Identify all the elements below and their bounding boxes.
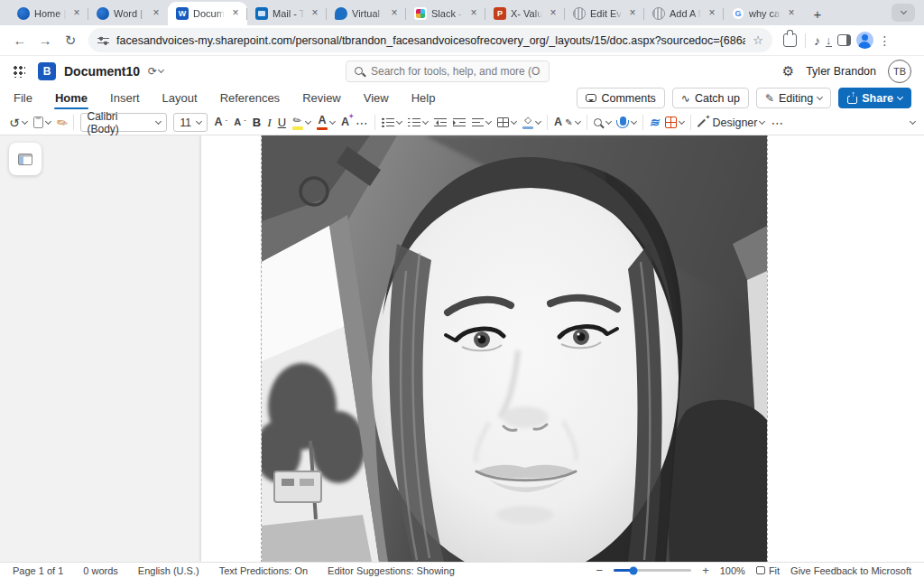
- font-name-select[interactable]: Calibri (Body): [80, 113, 167, 132]
- save-status-icon[interactable]: ⟳: [148, 65, 157, 78]
- editor-button[interactable]: ≋: [650, 116, 660, 129]
- settings-gear-icon[interactable]: ⚙: [782, 63, 794, 79]
- browser-tab[interactable]: Mail - Tyle×: [247, 2, 327, 25]
- menu-tab-layout[interactable]: Layout: [162, 88, 199, 108]
- font-color-button[interactable]: A: [317, 115, 335, 131]
- navigation-pane-toggle-button[interactable]: [9, 143, 42, 175]
- browser-tab[interactable]: Home | Mic×: [9, 2, 88, 25]
- document-canvas[interactable]: [0, 135, 924, 562]
- tab-close-icon[interactable]: ×: [70, 7, 83, 20]
- tab-close-icon[interactable]: ×: [547, 7, 559, 20]
- decrease-indent-button[interactable]: [434, 117, 447, 127]
- tab-close-icon[interactable]: ×: [626, 7, 639, 20]
- menu-tab-home[interactable]: Home: [54, 88, 88, 108]
- user-avatar[interactable]: TB: [888, 60, 911, 83]
- new-tab-button[interactable]: +: [807, 3, 828, 24]
- increase-indent-button[interactable]: [453, 117, 466, 127]
- catch-up-button[interactable]: ∿Catch up: [672, 88, 749, 108]
- search-input[interactable]: Search for tools, help, and more (Option…: [346, 61, 550, 82]
- browser-tab[interactable]: Slack - ! f×: [406, 2, 485, 25]
- alignment-button[interactable]: [472, 117, 491, 127]
- url-text[interactable]: facesandvoices-my.sharepoint.com/persona…: [116, 34, 745, 47]
- tab-close-icon[interactable]: ×: [785, 7, 798, 20]
- table-button[interactable]: [497, 117, 516, 127]
- underline-button[interactable]: U: [278, 116, 286, 129]
- media-controls-icon[interactable]: ♪: [814, 34, 820, 47]
- forward-button[interactable]: →: [34, 30, 56, 51]
- menu-tab-view[interactable]: View: [363, 88, 390, 108]
- status-item[interactable]: Editor Suggestions: Showing: [328, 565, 455, 576]
- tab-close-icon[interactable]: ×: [309, 7, 321, 20]
- browser-menu-icon[interactable]: ⋮: [879, 33, 892, 48]
- share-button[interactable]: Share: [838, 88, 911, 108]
- browser-tab[interactable]: PX- Values×: [485, 2, 565, 25]
- browser-tab[interactable]: Virtual Lea×: [327, 2, 406, 25]
- status-item[interactable]: Text Predictions: On: [219, 565, 308, 576]
- more-ribbon-button[interactable]: ⋯: [771, 117, 783, 129]
- zoom-in-button[interactable]: +: [702, 564, 709, 576]
- find-button[interactable]: [594, 118, 611, 126]
- italic-button[interactable]: I: [267, 116, 272, 130]
- site-info-icon[interactable]: [97, 36, 109, 45]
- status-item[interactable]: English (U.S.): [138, 565, 199, 576]
- browser-tab[interactable]: Edit Event×: [565, 2, 644, 25]
- side-panel-icon[interactable]: [837, 34, 851, 46]
- zoom-slider[interactable]: [614, 569, 691, 572]
- address-bar[interactable]: facesandvoices-my.sharepoint.com/persona…: [88, 28, 772, 52]
- profile-avatar[interactable]: [856, 32, 873, 49]
- tab-overflow-button[interactable]: [892, 4, 915, 22]
- status-item[interactable]: Page 1 of 1: [13, 565, 63, 576]
- bold-button[interactable]: B: [253, 116, 261, 129]
- reload-button[interactable]: ↻: [60, 30, 81, 51]
- browser-tab[interactable]: Add A New×: [644, 2, 724, 25]
- browser-tab[interactable]: Word | Mic×: [88, 2, 168, 25]
- tab-close-icon[interactable]: ×: [467, 7, 480, 20]
- app-launcher-icon[interactable]: [13, 65, 25, 78]
- document-page[interactable]: [201, 135, 924, 562]
- tab-close-icon[interactable]: ×: [229, 7, 242, 20]
- format-painter-button[interactable]: ✎: [57, 117, 68, 129]
- collapse-ribbon-button[interactable]: [910, 122, 915, 124]
- downloads-icon[interactable]: ↓: [826, 34, 832, 47]
- browser-tab[interactable]: Gwhy cant i×: [724, 2, 803, 25]
- document-photo[interactable]: [262, 135, 767, 562]
- word-logo-icon[interactable]: B: [38, 62, 56, 80]
- menu-tab-references[interactable]: References: [219, 88, 281, 108]
- comments-button[interactable]: Comments: [577, 88, 664, 108]
- text-effects-button[interactable]: A: [341, 117, 349, 128]
- zoom-slider-knob[interactable]: [629, 566, 637, 574]
- fit-button[interactable]: Fit: [756, 565, 780, 576]
- tab-close-icon[interactable]: ×: [388, 7, 401, 20]
- tab-close-icon[interactable]: ×: [150, 7, 162, 20]
- document-title[interactable]: Document10: [64, 64, 140, 79]
- menu-tab-file[interactable]: File: [13, 88, 33, 108]
- menu-tab-help[interactable]: Help: [411, 88, 437, 108]
- undo-button[interactable]: ↺: [9, 117, 27, 129]
- shading-button[interactable]: ◇: [522, 116, 541, 129]
- title-chevron-icon[interactable]: [158, 66, 164, 72]
- more-font-options-button[interactable]: ⋯: [356, 117, 368, 129]
- extensions-icon[interactable]: [783, 33, 797, 47]
- back-button[interactable]: ←: [9, 30, 31, 51]
- bullets-button[interactable]: [382, 117, 402, 127]
- numbering-button[interactable]: [408, 117, 428, 127]
- shrink-font-button[interactable]: Aˇ: [234, 117, 246, 127]
- grow-font-button[interactable]: Aˆ: [214, 117, 227, 128]
- feedback-link[interactable]: Give Feedback to Microsoft: [790, 565, 911, 576]
- zoom-level[interactable]: 100%: [720, 565, 745, 576]
- paste-button[interactable]: [33, 117, 51, 128]
- zoom-out-button[interactable]: −: [596, 564, 604, 576]
- menu-tab-review[interactable]: Review: [301, 88, 342, 108]
- font-size-select[interactable]: 11: [173, 113, 208, 132]
- menu-tab-insert[interactable]: Insert: [109, 88, 141, 108]
- bookmark-star-icon[interactable]: ☆: [753, 33, 763, 47]
- editing-mode-button[interactable]: ✎Editing: [756, 88, 831, 108]
- designer-button[interactable]: Designer: [698, 117, 764, 129]
- status-item[interactable]: 0 words: [83, 565, 118, 576]
- tab-close-icon[interactable]: ×: [706, 7, 718, 20]
- add-ins-button[interactable]: [665, 117, 684, 128]
- highlight-button[interactable]: ✎: [292, 116, 310, 130]
- dictate-button[interactable]: [617, 117, 636, 128]
- browser-tab[interactable]: WDocument10×: [168, 2, 247, 25]
- styles-button[interactable]: A✎: [554, 117, 579, 128]
